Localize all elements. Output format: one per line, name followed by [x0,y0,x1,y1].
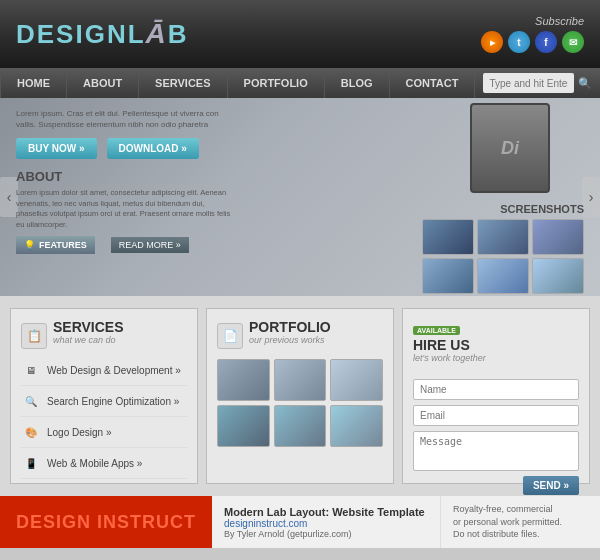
logo-design-icon: 🎨 [21,422,41,442]
service-item-web[interactable]: 🖥 Web Design & Development » [21,355,187,386]
search-icon[interactable]: 🔍 [578,77,592,90]
hero-buttons: BUY NOW » DOWNLOAD » [16,138,236,159]
service-item-mobile[interactable]: 📱 Web & Mobile Apps » [21,448,187,479]
hero-about-section: ABOUT Lorem ipsum dolor sit amet, consec… [16,169,236,254]
portfolio-item-4[interactable] [217,405,270,447]
services-column: 📋 SERVICES what we can do 🖥 Web Design &… [10,308,198,484]
screenshot-3[interactable] [532,219,584,255]
features-label: 💡FEATURES [16,236,95,254]
send-button[interactable]: SEND » [523,476,579,495]
seo-icon: 🔍 [21,391,41,411]
available-badge: AVAILABLE [413,326,460,335]
footer-author: By Tyler Arnold (getpurlize.com) [224,529,428,539]
footer-rights-text: Royalty-free, commercialor personal work… [453,503,562,541]
hire-title: HIRE US [413,337,486,353]
buy-now-button[interactable]: BUY NOW » [16,138,97,159]
services-title-row: 📋 SERVICES what we can do [21,319,187,353]
footer-middle: Modern Lab Layout: Website Template desi… [212,496,440,548]
about-text: Lorem ipsum dolor sit amet, consectetur … [16,188,236,230]
portfolio-item-5[interactable] [274,405,327,447]
footer: DESIGN INSTRUCT Modern Lab Layout: Websi… [0,496,600,548]
about-title: ABOUT [16,169,236,184]
screenshot-6[interactable] [532,258,584,294]
services-subtitle: what we can do [53,335,124,345]
screenshots-row [354,219,584,255]
portfolio-title-row: 📄 PORTFOLIO our previous works [217,319,383,353]
screenshots-title: SCREENSHOTS [354,203,584,215]
portfolio-column: 📄 PORTFOLIO our previous works [206,308,394,484]
mobile-apps-icon: 📱 [21,453,41,473]
nav-portfolio[interactable]: PORTFOLIO [228,68,325,98]
facebook-icon[interactable]: f [535,31,557,53]
screenshot-5[interactable] [477,258,529,294]
nav-search-area: 🔍 [475,68,600,98]
header-right: Subscribe ▸ t f ✉ [481,15,584,53]
columns-section: 📋 SERVICES what we can do 🖥 Web Design &… [0,296,600,496]
portfolio-title: PORTFOLIO [249,319,331,335]
hire-subtitle: let's work together [413,353,486,363]
service-label-seo: Search Engine Optimization » [47,396,179,407]
hero-right-area: Di [470,103,550,193]
screenshot-4[interactable] [422,258,474,294]
header: DESIGNLĀB Subscribe ▸ t f ✉ [0,0,600,68]
footer-article-title: Modern Lab Layout: Website Template [224,506,428,518]
portfolio-subtitle: our previous works [249,335,331,345]
nav-services[interactable]: SERVICES [139,68,227,98]
search-input[interactable] [483,73,574,93]
slider-next-button[interactable]: › [582,177,600,217]
nav-items: HOME ABOUT SERVICES PORTFOLIO BLOG CONTA… [0,68,475,98]
download-button[interactable]: DOWNLOAD » [107,138,199,159]
footer-url[interactable]: designinstruct.com [224,518,428,529]
hero-slider: ‹ › Lorem ipsum. Cras et elit dui. Pelle… [0,98,600,296]
twitter-icon[interactable]: t [508,31,530,53]
screenshot-1[interactable] [422,219,474,255]
social-icons: ▸ t f ✉ [481,31,584,53]
service-label-logo: Logo Design » [47,427,112,438]
logo: DESIGNLĀB [16,18,189,50]
portfolio-item-2[interactable] [274,359,327,401]
screenshot-2[interactable] [477,219,529,255]
portfolio-grid [217,359,383,447]
hire-column: AVAILABLE HIRE US let's work together SE… [402,308,590,484]
screenshots-area: SCREENSHOTS [354,203,584,294]
service-label-mobile: Web & Mobile Apps » [47,458,142,469]
read-more-button[interactable]: READ MORE » [111,237,189,253]
footer-brand-text: DESIGN INSTRUCT [16,512,196,533]
portfolio-item-1[interactable] [217,359,270,401]
portfolio-icon: 📄 [217,323,243,349]
nav-home[interactable]: HOME [0,68,67,98]
nav-blog[interactable]: BLOG [325,68,390,98]
nav-contact[interactable]: CONTACT [390,68,476,98]
hire-message-input[interactable] [413,431,579,471]
subscribe-label: Subscribe [535,15,584,27]
portfolio-item-3[interactable] [330,359,383,401]
hero-intro-text: Lorem ipsum. Cras et elit dui. Pellentes… [16,108,236,130]
device-mockup: Di [470,103,550,193]
web-design-icon: 🖥 [21,360,41,380]
email-icon[interactable]: ✉ [562,31,584,53]
hire-form: SEND » [413,379,579,495]
portfolio-item-6[interactable] [330,405,383,447]
footer-brand: DESIGN INSTRUCT [0,496,212,548]
service-item-seo[interactable]: 🔍 Search Engine Optimization » [21,386,187,417]
hero-text-block: Lorem ipsum. Cras et elit dui. Pellentes… [16,108,236,254]
nav-about[interactable]: ABOUT [67,68,139,98]
services-icon: 📋 [21,323,47,349]
footer-rights-area: Royalty-free, commercialor personal work… [440,496,600,548]
services-title: SERVICES [53,319,124,335]
rss-icon[interactable]: ▸ [481,31,503,53]
screenshots-row-2 [354,258,584,294]
navigation: HOME ABOUT SERVICES PORTFOLIO BLOG CONTA… [0,68,600,98]
hire-email-input[interactable] [413,405,579,426]
hire-name-input[interactable] [413,379,579,400]
service-item-logo[interactable]: 🎨 Logo Design » [21,417,187,448]
service-label-web: Web Design & Development » [47,365,181,376]
